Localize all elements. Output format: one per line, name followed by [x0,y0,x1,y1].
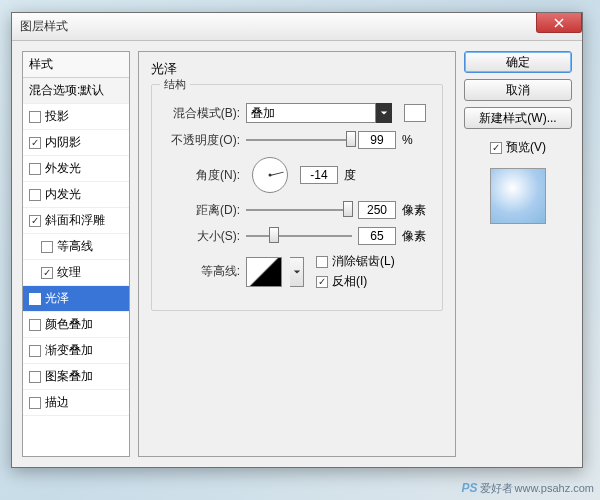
style-item-outer-glow[interactable]: 外发光 [23,156,129,182]
blend-mode-label: 混合模式(B): [162,105,240,122]
checkbox-icon[interactable] [41,241,53,253]
opacity-row: 不透明度(O): 99 % [162,131,432,149]
opacity-unit: % [402,133,432,147]
checkbox-icon[interactable] [29,345,41,357]
watermark-url: www.psahz.com [515,482,594,494]
dialog-body: 样式 混合选项:默认 投影 内阴影 外发光 内发光 斜面和浮雕 等高线 纹理 光… [12,41,582,467]
checkbox-icon[interactable] [29,137,41,149]
style-item-stroke[interactable]: 描边 [23,390,129,416]
settings-panel: 光泽 结构 混合模式(B): 叠加 不透明度(O): 99 % [138,51,456,457]
checkbox-icon[interactable] [41,267,53,279]
blend-mode-value: 叠加 [246,103,376,123]
size-unit: 像素 [402,228,432,245]
checkbox-icon[interactable] [29,319,41,331]
structure-group: 结构 混合模式(B): 叠加 不透明度(O): 99 % 角度(N [151,84,443,311]
action-panel: 确定 取消 新建样式(W)... 预览(V) [464,51,572,457]
invert-option[interactable]: 反相(I) [316,273,395,290]
checkbox-icon[interactable] [29,371,41,383]
opacity-slider[interactable] [246,131,352,149]
size-input[interactable]: 65 [358,227,396,245]
angle-dial[interactable] [252,157,288,193]
angle-input[interactable]: -14 [300,166,338,184]
contour-row: 等高线: 消除锯齿(L) 反相(I) [162,253,432,290]
opacity-input[interactable]: 99 [358,131,396,149]
close-button[interactable] [536,13,582,33]
dropdown-button[interactable] [376,103,392,123]
size-slider[interactable] [246,227,352,245]
checkbox-icon[interactable] [29,189,41,201]
blend-mode-row: 混合模式(B): 叠加 [162,103,432,123]
blend-mode-combo[interactable]: 叠加 [246,103,392,123]
checkbox-icon[interactable] [316,276,328,288]
style-item-inner-glow[interactable]: 内发光 [23,182,129,208]
ok-button[interactable]: 确定 [464,51,572,73]
distance-unit: 像素 [402,202,432,219]
distance-slider[interactable] [246,201,352,219]
angle-label: 角度(N): [162,167,240,184]
style-item-inner-shadow[interactable]: 内阴影 [23,130,129,156]
checkbox-icon[interactable] [29,397,41,409]
checkbox-icon[interactable] [316,256,328,268]
style-item-drop-shadow[interactable]: 投影 [23,104,129,130]
style-item-bevel[interactable]: 斜面和浮雕 [23,208,129,234]
cancel-button[interactable]: 取消 [464,79,572,101]
titlebar[interactable]: 图层样式 [12,13,582,41]
angle-unit: 度 [344,167,374,184]
distance-label: 距离(D): [162,202,240,219]
opacity-label: 不透明度(O): [162,132,240,149]
style-item-satin[interactable]: 光泽 [23,286,129,312]
style-item-pattern-overlay[interactable]: 图案叠加 [23,364,129,390]
preview-toggle[interactable]: 预览(V) [464,139,572,156]
color-swatch[interactable] [404,104,426,122]
size-label: 大小(S): [162,228,240,245]
styles-header: 样式 [23,52,129,78]
checkbox-icon[interactable] [29,111,41,123]
distance-input[interactable]: 250 [358,201,396,219]
watermark-text: 爱好者 [480,481,513,496]
blend-options-item[interactable]: 混合选项:默认 [23,78,129,104]
new-style-button[interactable]: 新建样式(W)... [464,107,572,129]
close-icon [554,18,564,28]
contour-swatch[interactable] [246,257,282,287]
preview-thumbnail [490,168,546,224]
size-row: 大小(S): 65 像素 [162,227,432,245]
style-item-gradient-overlay[interactable]: 渐变叠加 [23,338,129,364]
angle-row: 角度(N): -14 度 [162,157,432,193]
distance-row: 距离(D): 250 像素 [162,201,432,219]
chevron-down-icon [293,268,301,276]
group-label: 结构 [160,77,190,92]
panel-title: 光泽 [151,60,443,78]
layer-style-dialog: 图层样式 样式 混合选项:默认 投影 内阴影 外发光 内发光 斜面和浮雕 等高线… [11,12,583,468]
antialias-option[interactable]: 消除锯齿(L) [316,253,395,270]
styles-panel: 样式 混合选项:默认 投影 内阴影 外发光 内发光 斜面和浮雕 等高线 纹理 光… [22,51,130,457]
contour-label: 等高线: [162,263,240,280]
dialog-title: 图层样式 [20,18,68,35]
checkbox-icon[interactable] [490,142,502,154]
chevron-down-icon [380,109,388,117]
watermark-ps: PS [462,481,478,495]
checkbox-icon[interactable] [29,163,41,175]
style-item-texture[interactable]: 纹理 [23,260,129,286]
styles-list: 混合选项:默认 投影 内阴影 外发光 内发光 斜面和浮雕 等高线 纹理 光泽 颜… [23,78,129,456]
watermark: PS 爱好者 www.psahz.com [462,481,595,496]
style-item-contour[interactable]: 等高线 [23,234,129,260]
checkbox-icon[interactable] [29,215,41,227]
style-item-color-overlay[interactable]: 颜色叠加 [23,312,129,338]
checkbox-icon[interactable] [29,293,41,305]
contour-options: 消除锯齿(L) 反相(I) [316,253,395,290]
contour-dropdown[interactable] [290,257,304,287]
